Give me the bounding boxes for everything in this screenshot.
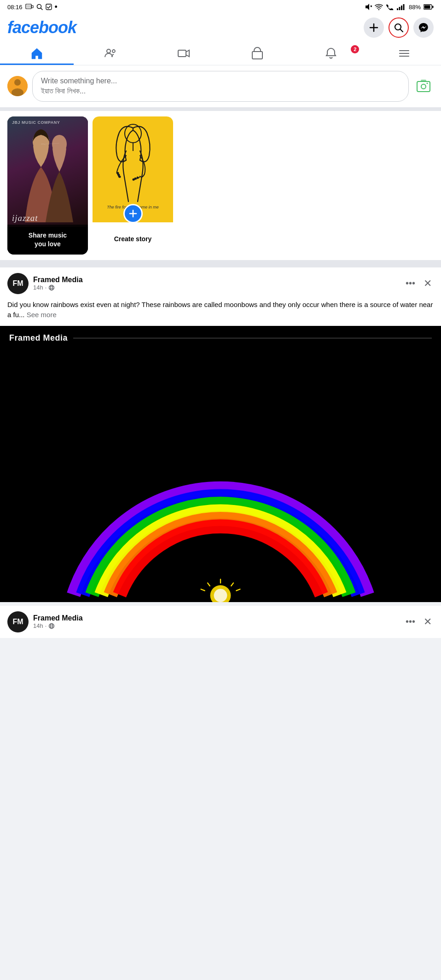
post-avatar: FM: [7, 273, 29, 294]
second-post-preview: FM Framed Media 14h · ••• ✕: [0, 606, 441, 638]
svg-rect-1: [27, 5, 30, 8]
stories-section: JBJ MUSIC COMPANY ijazzat Share musicyou…: [0, 111, 441, 264]
call-icon: [386, 4, 394, 10]
nav-friends[interactable]: [74, 41, 147, 65]
plus-icon: [369, 23, 378, 32]
search-icon: [394, 23, 404, 33]
second-post-close[interactable]: ✕: [422, 614, 434, 630]
rainbow-illustration: [0, 347, 441, 602]
second-post-header: FM Framed Media 14h · ••• ✕: [0, 606, 441, 638]
line-art-woman: [99, 119, 168, 215]
svg-point-60: [51, 623, 53, 628]
svg-rect-10: [397, 8, 398, 10]
create-story-plus[interactable]: [123, 204, 143, 223]
svg-point-9: [378, 9, 379, 10]
svg-point-49: [51, 285, 53, 290]
svg-line-57: [201, 589, 205, 591]
svg-line-20: [400, 29, 403, 32]
post-time: 14h ·: [33, 284, 399, 291]
signal-icon: [397, 4, 406, 10]
svg-line-55: [208, 583, 210, 586]
second-post-menu[interactable]: •••: [404, 615, 417, 629]
svg-point-35: [427, 83, 428, 84]
messenger-icon: [418, 23, 429, 33]
svg-point-48: [49, 285, 54, 290]
avatar-image: [7, 76, 28, 96]
music-story[interactable]: JBJ MUSIC COMPANY ijazzat Share musicyou…: [7, 116, 88, 255]
add-button[interactable]: [364, 17, 384, 38]
status-left: 08:16 •: [7, 3, 58, 11]
svg-point-38: [125, 124, 141, 143]
checkbox-icon: [46, 4, 52, 10]
create-story[interactable]: The fire found a home in me Create story: [93, 116, 173, 255]
post-image: Framed Media: [0, 326, 441, 602]
post-close-button[interactable]: ✕: [422, 276, 434, 291]
battery-pct: 88%: [409, 4, 421, 11]
svg-rect-15: [424, 6, 430, 9]
create-story-label: Create story: [110, 222, 156, 247]
song-title: ijazzat: [12, 213, 38, 223]
photo-icon: [416, 79, 431, 93]
svg-point-42: [132, 178, 134, 180]
friends-icon: [104, 47, 117, 60]
svg-point-33: [421, 84, 426, 89]
music-company-label: JBJ MUSIC COMPANY: [12, 120, 60, 125]
nav-notifications[interactable]: 2: [294, 41, 368, 65]
mute-icon: [365, 3, 372, 11]
see-more-button[interactable]: See more: [27, 311, 57, 319]
svg-rect-32: [417, 81, 430, 92]
notification-badge: 2: [351, 45, 359, 53]
post-author: Framed Media: [33, 276, 399, 284]
second-post-meta: Framed Media 14h ·: [33, 614, 399, 629]
app-header: facebook: [0, 14, 441, 41]
second-post-time: 14h ·: [33, 622, 399, 629]
bell-icon: [325, 47, 337, 60]
nav-video[interactable]: [147, 41, 220, 65]
post-input[interactable]: Write something here... ইয়াত কিবা লিখক.…: [32, 71, 409, 102]
post-menu-button[interactable]: •••: [404, 276, 417, 290]
nav-marketplace[interactable]: [220, 41, 294, 65]
post-header-actions: ••• ✕: [404, 276, 434, 291]
marketplace-icon: [251, 47, 264, 60]
nav-menu[interactable]: [367, 41, 441, 65]
post-image-header: Framed Media: [0, 326, 441, 347]
nav-bar: 2: [0, 41, 441, 65]
svg-line-56: [231, 583, 233, 586]
post-meta: Framed Media 14h ·: [33, 276, 399, 291]
svg-marker-6: [366, 4, 369, 10]
facebook-logo: facebook: [7, 18, 76, 37]
second-post-author: Framed Media: [33, 614, 399, 622]
music-story-label: Share musicyou love: [7, 225, 88, 254]
svg-line-58: [236, 589, 240, 591]
svg-rect-2: [31, 6, 33, 8]
svg-rect-23: [178, 50, 186, 57]
svg-rect-16: [432, 6, 434, 8]
menu-icon: [398, 47, 411, 60]
second-post-avatar: FM: [7, 611, 29, 632]
dot-icon: •: [55, 3, 58, 11]
post-text: Did you know rainbows exist even at nigh…: [7, 301, 433, 319]
svg-rect-11: [399, 7, 400, 10]
section-divider: [0, 264, 441, 267]
svg-point-53: [214, 589, 227, 602]
post-body: Did you know rainbows exist even at nigh…: [0, 300, 441, 326]
stories-row: JBJ MUSIC COMPANY ijazzat Share musicyou…: [7, 116, 434, 255]
home-icon: [30, 47, 43, 60]
search-button[interactable]: [389, 17, 409, 38]
device-icon: [25, 4, 34, 10]
post-composer: Write something here... ইয়াত কিবা লিখক.…: [0, 65, 441, 111]
photo-button[interactable]: [413, 76, 434, 96]
svg-point-45: [118, 175, 121, 178]
status-right: 88%: [365, 3, 434, 11]
search-status-icon: [36, 4, 43, 10]
svg-rect-13: [403, 4, 404, 10]
svg-rect-12: [401, 6, 402, 10]
messenger-button[interactable]: [413, 17, 434, 38]
rainbow-svg: [0, 381, 441, 602]
story-image-bg: [7, 116, 88, 227]
status-time: 08:16: [7, 4, 23, 11]
svg-point-30: [14, 79, 21, 86]
svg-marker-24: [186, 50, 189, 57]
svg-point-22: [112, 50, 115, 52]
nav-home[interactable]: [0, 41, 74, 65]
